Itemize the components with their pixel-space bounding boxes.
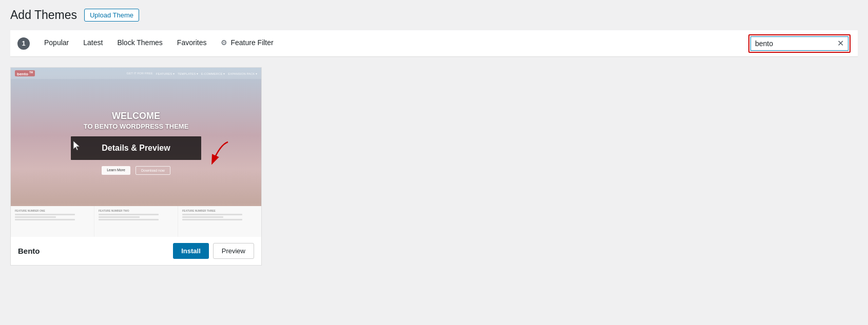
fake-feature-line [15,219,75,220]
fake-nav-link: FEATURES ▾ [156,72,175,75]
fake-learn-more: Learn More [102,166,130,175]
install-button[interactable]: Install [173,243,209,259]
nav-item-block-themes[interactable]: Block Themes [110,30,169,57]
fake-nav-link: TEMPLATES ▾ [178,72,198,75]
fake-feature-line [99,219,159,220]
preview-button[interactable]: Preview [213,243,254,259]
content-area: bento TM GET IT FOR FREE FEATURES ▾ TEMP… [10,57,858,276]
fake-feature-label: FEATURE NUMBER TWO [99,209,173,212]
nav-item-popular[interactable]: Popular [37,30,76,57]
arrow-annotation [200,139,230,170]
fake-nav-link: E-COMMERCE ▾ [201,72,225,75]
gear-icon: ⚙ [221,38,227,47]
nav-item-latest[interactable]: Latest [76,30,110,57]
fake-feature-3: FEATURE NUMBER THREE [178,206,261,237]
fake-hero: WELCOME TO BENTO WORDPRESS THEME Details… [11,79,261,206]
fake-feature-line [15,216,56,218]
fake-buttons: Learn More Download now [102,166,170,175]
fake-feature-line [182,214,242,215]
page-header: Add Themes Upload Theme [10,8,858,22]
theme-preview: bento TM GET IT FOR FREE FEATURES ▾ TEMP… [11,68,261,237]
page-title: Add Themes [10,8,77,22]
theme-card[interactable]: bento TM GET IT FOR FREE FEATURES ▾ TEMP… [10,67,262,266]
search-inner: ✕ [750,36,848,51]
card-actions: Install Preview [173,243,254,259]
fake-feature-2: FEATURE NUMBER TWO [94,206,178,237]
fake-feature-1: FEATURE NUMBER ONE [11,206,94,237]
fake-hero-title: WELCOME [112,110,160,122]
fake-nav-link: GET IT FOR FREE [127,72,153,75]
fake-feature-lines [15,214,90,220]
fake-feature-lines [182,214,257,220]
search-wrapper: ✕ [748,34,851,53]
fake-feature-line [15,214,75,215]
fake-feature-lines [99,214,173,220]
theme-name: Bento [18,247,173,255]
nav-item-favorites[interactable]: Favorites [170,30,214,57]
fake-features: FEATURE NUMBER ONE FEATURE NUMBER TWO [11,206,261,237]
search-clear-button[interactable]: ✕ [833,37,848,50]
fake-feature-line [99,214,159,215]
themes-grid: bento TM GET IT FOR FREE FEATURES ▾ TEMP… [10,67,858,266]
fake-site-nav: bento TM GET IT FOR FREE FEATURES ▾ TEMP… [11,68,261,79]
fake-logo: bento TM [15,70,35,77]
theme-card-footer: Bento Install Preview [11,237,261,265]
nav-badge: 1 [17,37,30,50]
upload-theme-button[interactable]: Upload Theme [84,9,139,22]
nav-bar: 1 Popular Latest Block Themes Favorites … [10,30,858,57]
search-input[interactable] [751,37,833,50]
details-preview-overlay: Details & Preview [71,136,201,160]
fake-site: bento TM GET IT FOR FREE FEATURES ▾ TEMP… [11,68,261,237]
fake-feature-label: FEATURE NUMBER ONE [15,209,90,212]
fake-nav-link: EXPANSION PACK ▾ [228,72,257,75]
fake-feature-line [182,216,223,218]
nav-items: 1 Popular Latest Block Themes Favorites … [17,30,748,57]
nav-item-feature-filter[interactable]: ⚙ Feature Filter [214,30,280,57]
fake-download-now: Download now [136,166,170,175]
search-area: ✕ [748,34,851,53]
fake-feature-label: FEATURE NUMBER THREE [182,209,257,212]
fake-feature-line [99,216,140,218]
fake-feature-line [182,219,242,220]
fake-hero-subtitle: TO BENTO WORDPRESS THEME [84,123,189,130]
fake-nav-links: GET IT FOR FREE FEATURES ▾ TEMPLATES ▾ E… [127,72,257,75]
